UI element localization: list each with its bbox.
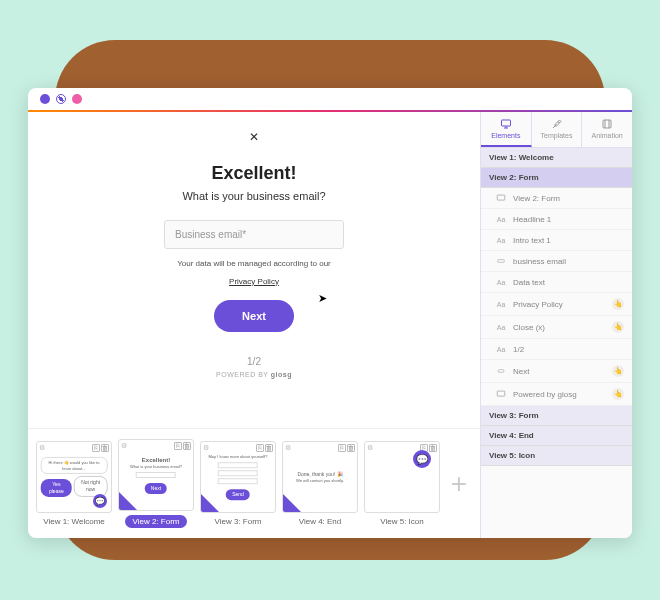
layer-item[interactable]: AaClose (x)👆 bbox=[481, 316, 632, 339]
layer-item[interactable]: Next👆 bbox=[481, 360, 632, 383]
layer-label: Headline 1 bbox=[513, 215, 624, 224]
pointer-icon[interactable]: 👆 bbox=[612, 298, 624, 310]
thumb-label: View 4: End bbox=[299, 517, 342, 526]
layer-label: Powered by giosg bbox=[513, 390, 606, 399]
layer-item[interactable]: Powered by giosg👆 bbox=[481, 383, 632, 406]
view-icon bbox=[495, 389, 507, 399]
layer-item[interactable]: AaIntro text 1 bbox=[481, 230, 632, 251]
layer-item[interactable]: AaHeadline 1 bbox=[481, 209, 632, 230]
thumb-label: View 5: Icon bbox=[380, 517, 423, 526]
thumb-label: View 2: Form bbox=[125, 515, 188, 528]
data-text[interactable]: Your data will be managed according to o… bbox=[124, 259, 384, 268]
text-icon: Aa bbox=[495, 299, 507, 309]
layer-item[interactable]: AaData text bbox=[481, 272, 632, 293]
layer-group[interactable]: View 3: Form bbox=[481, 406, 632, 426]
layer-label: Close (x) bbox=[513, 323, 606, 332]
layer-label: 1/2 bbox=[513, 345, 624, 354]
pointer-icon[interactable]: 👆 bbox=[612, 365, 624, 377]
svg-rect-6 bbox=[497, 195, 505, 200]
views-thumbnails: ⚙ ⎘🗑 Hi there 👋 would you like to learn … bbox=[28, 428, 480, 538]
thumb-view-5[interactable]: ⚙ ⎘🗑 💬 View 5: Icon bbox=[364, 441, 440, 526]
layer-item[interactable]: business email bbox=[481, 251, 632, 272]
window-dot-3 bbox=[72, 94, 82, 104]
svg-rect-0 bbox=[501, 120, 510, 126]
close-icon[interactable]: ✕ bbox=[249, 130, 259, 144]
gear-icon: ⚙ bbox=[121, 442, 129, 450]
copy-icon: ⎘ bbox=[92, 444, 100, 452]
svg-rect-3 bbox=[603, 120, 611, 128]
canvas-area: ✕ ➤ Excellent! What is your business ema… bbox=[28, 112, 480, 538]
monitor-icon bbox=[499, 118, 513, 130]
tab-elements[interactable]: Elements bbox=[481, 112, 532, 147]
copy-icon: ⎘ bbox=[174, 442, 182, 450]
layer-label: View 2: Form bbox=[513, 194, 624, 203]
copy-icon: ⎘ bbox=[338, 444, 346, 452]
tab-templates[interactable]: Templates bbox=[532, 112, 583, 147]
thumb-label: View 3: Form bbox=[215, 517, 262, 526]
copy-icon: ⎘ bbox=[256, 444, 264, 452]
intro-text[interactable]: What is your business email? bbox=[124, 190, 384, 202]
text-icon: Aa bbox=[495, 235, 507, 245]
button-icon bbox=[495, 366, 507, 376]
next-button[interactable]: Next bbox=[214, 300, 294, 332]
headline-text[interactable]: Excellent! bbox=[124, 163, 384, 184]
layer-label: business email bbox=[513, 257, 624, 266]
trash-icon: 🗑 bbox=[347, 444, 355, 452]
chat-icon: 💬 bbox=[413, 450, 431, 468]
layer-label: Privacy Policy bbox=[513, 300, 606, 309]
trash-icon: 🗑 bbox=[429, 444, 437, 452]
text-icon: Aa bbox=[495, 344, 507, 354]
trash-icon: 🗑 bbox=[265, 444, 273, 452]
canvas[interactable]: ✕ ➤ Excellent! What is your business ema… bbox=[28, 112, 480, 428]
layer-group[interactable]: View 2: Form bbox=[481, 168, 632, 188]
pointer-icon[interactable]: 👆 bbox=[612, 321, 624, 333]
text-icon: Aa bbox=[495, 322, 507, 332]
layer-group[interactable]: View 5: Icon bbox=[481, 446, 632, 466]
gear-icon: ⚙ bbox=[203, 444, 211, 452]
layer-item[interactable]: Aa1/2 bbox=[481, 339, 632, 360]
gear-icon: ⚙ bbox=[367, 444, 375, 452]
trash-icon: 🗑 bbox=[101, 444, 109, 452]
film-icon bbox=[600, 118, 614, 130]
thumb-view-4[interactable]: ⚙ ⎘🗑 Done, thank you! 🎉 We will contact … bbox=[282, 441, 358, 526]
window-dot-1 bbox=[40, 94, 50, 104]
window-dot-2 bbox=[56, 94, 66, 104]
view-icon bbox=[495, 193, 507, 203]
email-field[interactable]: Business email* bbox=[164, 220, 344, 249]
window-titlebar bbox=[28, 88, 632, 110]
chat-icon: 💬 bbox=[93, 494, 107, 508]
layer-label: Data text bbox=[513, 278, 624, 287]
thumb-view-3[interactable]: ⚙ ⎘🗑 May I know more about yourself? Sen… bbox=[200, 441, 276, 526]
pager-text[interactable]: 1/2 bbox=[124, 356, 384, 367]
powered-by[interactable]: POWERED BY giosg bbox=[124, 371, 384, 378]
text-icon: Aa bbox=[495, 277, 507, 287]
privacy-link[interactable]: Privacy Policy bbox=[229, 277, 279, 286]
layer-item[interactable]: View 2: Form bbox=[481, 188, 632, 209]
svg-rect-8 bbox=[498, 370, 504, 373]
sidebar-tabs: Elements Templates Animation bbox=[481, 112, 632, 148]
layer-item[interactable]: AaPrivacy Policy👆 bbox=[481, 293, 632, 316]
sidebar: Elements Templates Animation View 1: Wel… bbox=[480, 112, 632, 538]
pointer-icon[interactable]: 👆 bbox=[612, 388, 624, 400]
thumb-view-1[interactable]: ⚙ ⎘🗑 Hi there 👋 would you like to learn … bbox=[36, 441, 112, 526]
thumb-view-2[interactable]: ⚙ ⎘🗑 Excellent! What is your business em… bbox=[118, 439, 194, 528]
trash-icon: 🗑 bbox=[183, 442, 191, 450]
layer-label: Intro text 1 bbox=[513, 236, 624, 245]
form-preview: Excellent! What is your business email? … bbox=[124, 163, 384, 378]
gear-icon: ⚙ bbox=[285, 444, 293, 452]
thumb-label: View 1: Welcome bbox=[43, 517, 105, 526]
layer-group[interactable]: View 4: End bbox=[481, 426, 632, 446]
tools-icon bbox=[550, 118, 564, 130]
add-view-button[interactable]: + bbox=[446, 448, 472, 520]
gear-icon: ⚙ bbox=[39, 444, 47, 452]
svg-rect-7 bbox=[498, 260, 505, 263]
layers-panel: View 1: WelcomeView 2: FormView 2: FormA… bbox=[481, 148, 632, 466]
svg-rect-9 bbox=[497, 391, 505, 396]
layer-group[interactable]: View 1: Welcome bbox=[481, 148, 632, 168]
app-window: ✕ ➤ Excellent! What is your business ema… bbox=[28, 88, 632, 538]
input-icon bbox=[495, 256, 507, 266]
layer-label: Next bbox=[513, 367, 606, 376]
tab-animation[interactable]: Animation bbox=[582, 112, 632, 147]
text-icon: Aa bbox=[495, 214, 507, 224]
